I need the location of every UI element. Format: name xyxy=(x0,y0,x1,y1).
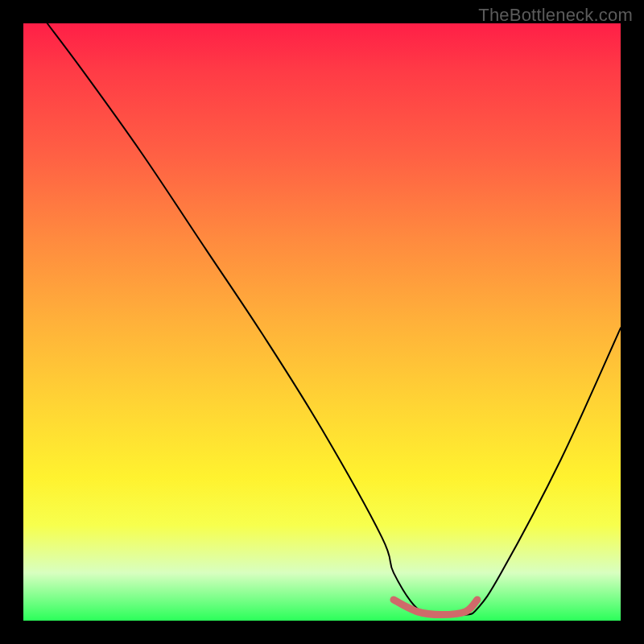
watermark-text: TheBottleneck.com xyxy=(478,5,633,26)
optimal-band xyxy=(394,600,477,615)
plot-area xyxy=(23,23,621,621)
bottleneck-curve xyxy=(47,23,621,616)
chart-svg xyxy=(23,23,621,621)
chart-frame: TheBottleneck.com xyxy=(0,0,644,644)
